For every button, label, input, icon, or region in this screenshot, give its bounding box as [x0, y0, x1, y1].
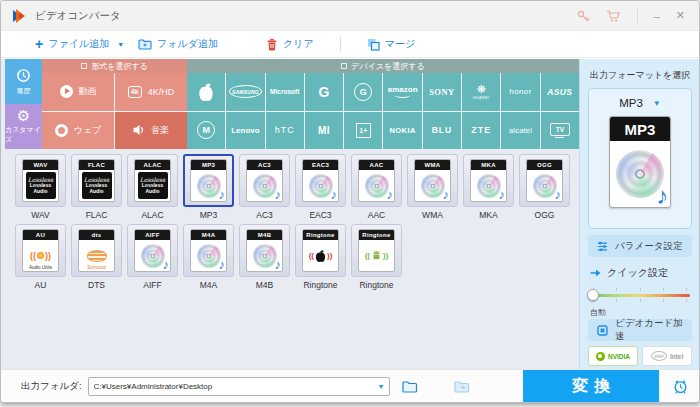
format-card-m4b[interactable]: M4B♪M4B	[239, 224, 290, 290]
nvidia-button[interactable]: NVIDIA	[588, 346, 638, 366]
cd-disc-icon	[141, 244, 165, 268]
sidebar-item-history[interactable]: 履歴	[5, 59, 42, 104]
tab-4khd[interactable]: 4k 4K/HD	[115, 73, 187, 111]
slider-track[interactable]	[590, 294, 690, 297]
device-tile-nokia[interactable]: NOKIA	[383, 112, 421, 150]
format-card-wav[interactable]: WAVLosslessLosslessAudioWAV	[15, 154, 66, 220]
plus-icon: +	[35, 37, 43, 51]
device-tile-xiaomi[interactable]: MI	[305, 112, 343, 150]
format-card-m4a[interactable]: M4A♪M4A	[183, 224, 234, 290]
close-button[interactable]: ✕	[676, 9, 685, 22]
huawei-logo: ❋HUAWEI	[473, 84, 489, 100]
bottom-bar: 出力フォルダ: ▼ 変換	[1, 369, 700, 402]
merge-button[interactable]: マージ	[367, 37, 415, 51]
zte-logo: ZTE	[471, 125, 491, 135]
format-card-ringtone[interactable]: Ringtone(())Ringtone	[351, 224, 402, 290]
device-tile-google[interactable]: G	[305, 73, 343, 111]
register-key-icon[interactable]	[576, 9, 590, 23]
add-file-button[interactable]: + ファイル追加	[35, 37, 109, 51]
device-tile-sony[interactable]: SONY	[423, 73, 461, 111]
convert-button[interactable]: 変換	[523, 370, 659, 402]
lg-logo: G	[354, 83, 372, 101]
format-category-tabs: 動画 4k 4K/HD ウェブ 音楽	[42, 73, 187, 149]
format-card-ac3[interactable]: AC3♪AC3	[239, 154, 290, 220]
format-card-aiff[interactable]: AIFF♪AIFF	[127, 224, 178, 290]
device-tile-huawei[interactable]: ❋HUAWEI	[462, 73, 500, 111]
sidebar-item-customize[interactable]: ⚙ カスタマイズ	[5, 104, 42, 149]
device-tile-lenovo[interactable]: Lenovo	[226, 112, 264, 150]
format-card-label: Ringtone	[303, 280, 337, 290]
google-logo: G	[319, 84, 330, 100]
format-card-ogg[interactable]: OGG♪OGG	[519, 154, 570, 220]
intel-logo-icon: intel	[651, 351, 667, 361]
device-tile-tv[interactable]: TV	[541, 112, 579, 150]
path-dropdown-caret-icon[interactable]: ▼	[378, 383, 385, 390]
format-card-au[interactable]: AU(())Audio UnitsAU	[15, 224, 66, 290]
device-tile-htc[interactable]: hTC	[266, 112, 304, 150]
cd-disc-icon	[421, 174, 445, 198]
tab-web[interactable]: ウェブ	[42, 112, 114, 150]
format-card-eac3[interactable]: EAC3♪EAC3	[295, 154, 346, 220]
device-tile-zte[interactable]: ZTE	[462, 112, 500, 150]
format-card-label: AU	[35, 280, 47, 290]
music-note-icon: ♪	[443, 187, 450, 202]
app-window: ビデオコンバータ – ✕ + ファイル追加 ▼	[0, 0, 700, 403]
nokia-logo: NOKIA	[390, 126, 416, 135]
device-tile-lg[interactable]: G	[344, 73, 382, 111]
4k-icon: 4k	[128, 86, 142, 98]
device-tile-oneplus[interactable]: 1+	[344, 112, 382, 150]
cd-disc-icon	[533, 174, 557, 198]
format-card-flac[interactable]: FLACLosslessLosslessAudioFLAC	[71, 154, 122, 220]
oneplus-logo: 1+	[356, 123, 371, 138]
add-file-dropdown-caret-icon[interactable]: ▼	[117, 41, 124, 48]
format-card-label: M4B	[256, 280, 273, 290]
format-card-mp3[interactable]: MP3♪MP3	[183, 154, 234, 220]
device-tile-honor[interactable]: honor	[501, 73, 539, 111]
format-card-label: M4A	[200, 280, 217, 290]
parameter-settings-button[interactable]: パラメータ設定	[588, 235, 692, 257]
lossless-audio-icon: LosslessLosslessAudio	[26, 172, 56, 199]
sidebar: 履歴 ⚙ カスタマイズ	[5, 59, 42, 149]
intel-button[interactable]: intel Intel	[642, 346, 692, 366]
device-tile-microsoft[interactable]: Microsoft	[266, 73, 304, 111]
output-path-input[interactable]	[89, 382, 389, 391]
device-tile-asus[interactable]: ASUS	[541, 73, 579, 111]
quality-slider[interactable]	[590, 288, 690, 303]
motorola-logo: M	[197, 121, 215, 139]
schedule-button[interactable]	[659, 370, 700, 402]
format-card-dts[interactable]: dtsSurroundDTS	[71, 224, 122, 290]
minimize-button[interactable]: –	[654, 10, 660, 22]
selected-format-label: MP3	[619, 97, 643, 109]
cd-disc-icon	[253, 244, 277, 268]
format-card-aac[interactable]: AAC♪AAC	[351, 154, 402, 220]
device-tile-amazon[interactable]: amazon	[383, 73, 421, 111]
format-card-mka[interactable]: MKA♪MKA	[463, 154, 514, 220]
add-folder-button[interactable]: フォルダ追加	[138, 37, 218, 51]
format-card-alac[interactable]: ALACLosslessLosslessAudioALAC	[127, 154, 178, 220]
slider-thumb[interactable]	[587, 289, 599, 301]
music-note-icon: ♪	[219, 257, 226, 272]
device-tile-samsung[interactable]: SAMSUNG	[226, 73, 264, 111]
audio-units-icon: (())	[30, 251, 51, 261]
device-tile-blu[interactable]: BLU	[423, 112, 461, 150]
output-path-combobox[interactable]: ▼	[88, 377, 390, 396]
chevron-down-icon[interactable]: ▼	[653, 99, 661, 108]
shop-cart-icon[interactable]	[606, 9, 621, 23]
tab-music[interactable]: 音楽	[115, 112, 187, 150]
output-format-dropdown[interactable]: MP3 ▼ MP3 ♪	[588, 88, 692, 229]
clear-button[interactable]: クリア	[266, 37, 314, 51]
gpu-acceleration-button[interactable]: ビデオカード加速	[588, 319, 692, 341]
cd-disc-icon	[309, 174, 333, 198]
browse-folder-icon[interactable]	[402, 380, 418, 393]
format-card-label: MP3	[200, 210, 217, 220]
device-tile-motorola[interactable]: M	[187, 112, 225, 150]
open-output-folder-icon[interactable]	[454, 380, 470, 393]
device-tile-apple[interactable]	[187, 73, 225, 111]
alcatel-logo: alcatel	[509, 126, 532, 135]
device-tile-alcatel[interactable]: alcatel	[501, 112, 539, 150]
format-card-ringtone[interactable]: Ringtone(())Ringtone	[295, 224, 346, 290]
quick-settings-button[interactable]: クイック設定	[590, 266, 668, 280]
tab-video[interactable]: 動画	[42, 73, 114, 111]
format-card-wma[interactable]: WMA♪WMA	[407, 154, 458, 220]
tv-logo: TV	[550, 123, 570, 139]
